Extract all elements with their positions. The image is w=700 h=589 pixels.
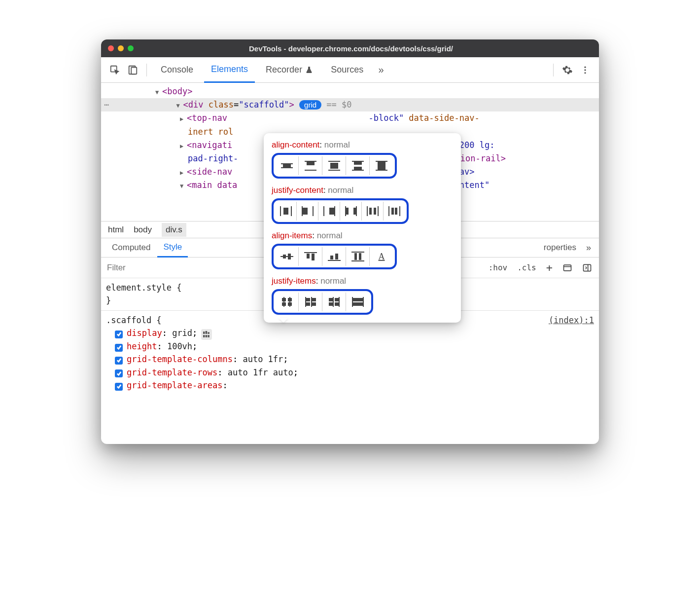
align-items-center-icon[interactable] bbox=[275, 247, 299, 266]
rendering-panel-icon[interactable] bbox=[579, 261, 595, 274]
subtab-styles[interactable]: Style bbox=[157, 239, 188, 258]
align-content-stretch-icon[interactable] bbox=[370, 156, 393, 175]
justify-items-stretch-icon[interactable] bbox=[346, 293, 370, 311]
computed-styles-sidebar-icon[interactable] bbox=[560, 261, 575, 274]
justify-content-evenly-icon[interactable] bbox=[384, 202, 405, 221]
svg-rect-62 bbox=[335, 254, 338, 259]
svg-rect-6 bbox=[564, 265, 571, 271]
css-declaration[interactable]: height: 100vh; bbox=[106, 340, 594, 353]
maximize-window-button[interactable] bbox=[128, 45, 134, 51]
checkbox-icon[interactable] bbox=[115, 383, 123, 391]
svg-rect-71 bbox=[282, 298, 285, 301]
css-declaration[interactable]: grid-template-areas: bbox=[106, 379, 594, 392]
svg-rect-22 bbox=[331, 166, 338, 168]
svg-rect-40 bbox=[330, 208, 331, 214]
more-actions-icon[interactable]: ⋯ bbox=[104, 98, 109, 111]
main-toolbar: Console Elements Recorder Sources » bbox=[101, 57, 599, 83]
svg-rect-61 bbox=[330, 256, 333, 259]
svg-rect-72 bbox=[288, 298, 291, 301]
grid-editor-icon[interactable] bbox=[201, 329, 212, 340]
breadcrumb-html[interactable]: html bbox=[108, 225, 124, 235]
tab-elements[interactable]: Elements bbox=[204, 58, 255, 83]
svg-rect-77 bbox=[307, 298, 310, 301]
minimize-window-button[interactable] bbox=[118, 45, 124, 51]
css-declaration[interactable]: display: grid; bbox=[106, 327, 594, 340]
justify-content-group: justify-content: normal bbox=[272, 185, 453, 224]
justify-content-center-icon[interactable] bbox=[275, 202, 297, 221]
align-content-center-icon[interactable] bbox=[275, 156, 299, 175]
align-content-between-icon[interactable] bbox=[346, 156, 370, 175]
justify-content-end-icon[interactable] bbox=[318, 202, 340, 221]
tab-recorder[interactable]: Recorder bbox=[259, 57, 320, 82]
inspect-element-icon[interactable] bbox=[108, 63, 122, 77]
checkbox-icon[interactable] bbox=[115, 344, 123, 352]
svg-rect-73 bbox=[282, 303, 285, 305]
settings-gear-icon[interactable] bbox=[560, 63, 574, 77]
checkbox-icon[interactable] bbox=[115, 369, 123, 377]
close-window-button[interactable] bbox=[108, 45, 114, 51]
align-items-stretch-icon[interactable] bbox=[346, 247, 370, 266]
svg-rect-86 bbox=[335, 303, 338, 305]
dom-selected-node[interactable]: ⋯ ▼<div class="scaffold"> grid == $0 bbox=[101, 98, 599, 111]
align-items-options: A bbox=[272, 244, 397, 269]
rule-selector[interactable]: .scaffold { bbox=[106, 314, 162, 327]
breadcrumb-div-scaffold[interactable]: div.s bbox=[162, 223, 186, 237]
justify-content-between-icon[interactable] bbox=[340, 202, 362, 221]
tab-sources[interactable]: Sources bbox=[324, 57, 370, 82]
justify-content-around-icon[interactable] bbox=[362, 202, 384, 221]
svg-rect-80 bbox=[313, 303, 315, 305]
devtools-window: DevTools - developer.chrome.com/docs/dev… bbox=[101, 39, 599, 444]
svg-point-3 bbox=[584, 66, 586, 68]
align-items-end-icon[interactable] bbox=[322, 247, 346, 266]
checkbox-icon[interactable] bbox=[115, 331, 123, 338]
window-controls bbox=[108, 45, 134, 51]
svg-rect-11 bbox=[203, 335, 205, 337]
justify-items-group: justify-items: normal bbox=[272, 276, 453, 315]
svg-rect-44 bbox=[347, 208, 348, 214]
checkbox-icon[interactable] bbox=[115, 357, 123, 365]
svg-rect-45 bbox=[354, 208, 355, 214]
svg-rect-8 bbox=[203, 331, 205, 334]
svg-rect-53 bbox=[395, 208, 397, 214]
dom-body-tag[interactable]: <body> bbox=[162, 86, 192, 96]
justify-items-options bbox=[272, 289, 373, 315]
svg-rect-59 bbox=[307, 254, 310, 258]
device-toolbar-icon[interactable] bbox=[126, 63, 140, 77]
align-content-end-icon[interactable] bbox=[322, 156, 346, 175]
css-declaration[interactable]: grid-template-columns: auto 1fr; bbox=[106, 353, 594, 366]
justify-items-start-icon[interactable] bbox=[299, 293, 322, 311]
justify-content-options bbox=[272, 198, 409, 224]
svg-rect-7 bbox=[584, 264, 591, 271]
svg-rect-90 bbox=[358, 298, 362, 301]
subtab-computed[interactable]: Computed bbox=[106, 238, 156, 257]
breadcrumb-body[interactable]: body bbox=[134, 225, 152, 235]
titlebar: DevTools - developer.chrome.com/docs/dev… bbox=[101, 39, 599, 57]
cls-toggle[interactable]: .cls bbox=[514, 261, 539, 274]
rule-source-link[interactable]: (index):1 bbox=[549, 314, 594, 327]
svg-rect-37 bbox=[306, 208, 307, 214]
hov-toggle[interactable]: :hov bbox=[486, 261, 511, 274]
more-subtabs-icon[interactable]: » bbox=[583, 243, 594, 253]
svg-rect-52 bbox=[392, 208, 393, 214]
tab-console[interactable]: Console bbox=[154, 57, 200, 82]
svg-rect-29 bbox=[378, 162, 385, 169]
svg-rect-84 bbox=[335, 298, 338, 301]
align-items-baseline-icon[interactable]: A bbox=[370, 247, 393, 266]
tab-recorder-label: Recorder bbox=[266, 65, 302, 75]
new-style-rule-icon[interactable]: + bbox=[543, 261, 556, 274]
svg-rect-79 bbox=[307, 303, 310, 305]
svg-rect-32 bbox=[284, 208, 285, 214]
more-tabs-icon[interactable]: » bbox=[374, 63, 388, 77]
css-declaration[interactable]: grid-template-rows: auto 1fr auto; bbox=[106, 366, 594, 379]
grid-badge[interactable]: grid bbox=[299, 100, 321, 110]
svg-rect-33 bbox=[286, 208, 288, 214]
align-content-start-icon[interactable] bbox=[299, 156, 322, 175]
svg-rect-36 bbox=[303, 208, 305, 214]
justify-content-start-icon[interactable] bbox=[297, 202, 318, 221]
kebab-menu-icon[interactable] bbox=[578, 63, 592, 77]
align-items-start-icon[interactable] bbox=[299, 247, 322, 266]
svg-rect-57 bbox=[288, 254, 291, 259]
justify-items-end-icon[interactable] bbox=[322, 293, 346, 311]
justify-items-center-icon[interactable] bbox=[275, 293, 299, 311]
subtab-properties[interactable]: roperties bbox=[538, 238, 582, 257]
